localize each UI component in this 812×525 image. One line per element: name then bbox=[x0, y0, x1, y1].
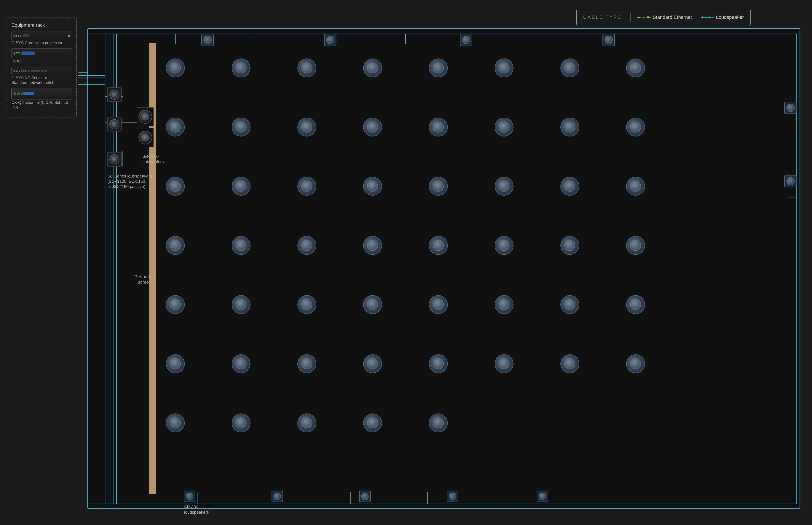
svg-point-88 bbox=[298, 177, 316, 195]
svg-point-96 bbox=[561, 177, 579, 195]
svg-rect-172 bbox=[272, 491, 283, 502]
svg-point-136 bbox=[298, 355, 316, 373]
svg-point-156 bbox=[429, 414, 448, 432]
svg-point-113 bbox=[565, 240, 575, 251]
svg-rect-178 bbox=[537, 491, 548, 502]
svg-point-80 bbox=[561, 118, 579, 136]
svg-point-135 bbox=[236, 359, 246, 369]
svg-point-177 bbox=[449, 493, 456, 500]
svg-point-85 bbox=[170, 181, 181, 192]
ns-ports bbox=[21, 70, 47, 72]
svg-point-129 bbox=[565, 299, 575, 310]
svg-point-147 bbox=[630, 359, 641, 369]
svg-text:SC Series loudspeakers: SC Series loudspeakers bbox=[107, 174, 152, 178]
svg-point-84 bbox=[166, 177, 184, 195]
nano-indicator bbox=[68, 35, 70, 37]
svg-point-152 bbox=[298, 414, 316, 432]
svg-point-185 bbox=[112, 122, 117, 127]
svg-point-140 bbox=[429, 355, 448, 373]
svg-text:or SC-2150 passive): or SC-2150 passive) bbox=[107, 184, 145, 189]
svg-rect-176 bbox=[447, 491, 458, 502]
cxq-knob-1 bbox=[13, 92, 16, 95]
svg-text:subwoofers: subwoofers bbox=[142, 159, 164, 164]
nano-label: Q-SYS Core Nano processor bbox=[11, 41, 72, 45]
cxq-panel bbox=[13, 92, 34, 95]
ethernet-cable-item: Standard Ethernet bbox=[637, 14, 692, 20]
svg-point-175 bbox=[361, 493, 369, 500]
svg-point-73 bbox=[302, 122, 312, 132]
svg-point-117 bbox=[170, 299, 181, 310]
svg-point-74 bbox=[363, 118, 382, 136]
svg-point-190 bbox=[139, 110, 152, 123]
port-3 bbox=[28, 70, 30, 72]
svg-point-91 bbox=[367, 181, 378, 192]
svg-point-159 bbox=[204, 36, 211, 44]
svg-point-119 bbox=[236, 299, 246, 310]
svg-point-179 bbox=[539, 493, 546, 500]
svg-point-155 bbox=[367, 418, 378, 428]
svg-point-76 bbox=[429, 118, 448, 136]
svg-point-120 bbox=[298, 295, 316, 314]
svg-point-115 bbox=[630, 240, 641, 251]
svg-rect-162 bbox=[460, 34, 472, 46]
svg-point-66 bbox=[626, 59, 645, 77]
svg-point-94 bbox=[495, 177, 513, 195]
svg-point-87 bbox=[236, 181, 246, 192]
legend-divider bbox=[630, 13, 631, 22]
svg-point-145 bbox=[565, 359, 575, 369]
svg-point-130 bbox=[626, 295, 645, 314]
svg-point-83 bbox=[630, 122, 641, 132]
svg-point-108 bbox=[429, 236, 448, 255]
rack-item-dcio: Q·SYS DCIO-H bbox=[11, 48, 72, 63]
diagram-svg: Perforated screen bbox=[0, 0, 812, 525]
svg-point-101 bbox=[170, 240, 181, 251]
svg-point-194 bbox=[142, 134, 149, 141]
qsys-logo-ns: Q·SYS bbox=[13, 70, 20, 72]
svg-point-124 bbox=[429, 295, 448, 314]
svg-point-161 bbox=[326, 36, 334, 44]
svg-text:SR-800: SR-800 bbox=[184, 505, 198, 509]
cxq-knob-2 bbox=[17, 92, 20, 95]
svg-rect-168 bbox=[785, 175, 796, 187]
svg-point-153 bbox=[302, 418, 312, 428]
ns-label: Q-SYS NS Series or Standard network swit… bbox=[11, 76, 72, 85]
svg-point-122 bbox=[363, 295, 382, 314]
svg-point-68 bbox=[166, 118, 184, 136]
cxq-display bbox=[23, 92, 34, 95]
svg-rect-183 bbox=[107, 117, 121, 131]
rack-item-ns: Q·SYS Q-SYS NS Series or Standard networ… bbox=[11, 66, 72, 85]
svg-rect-0 bbox=[637, 17, 639, 18]
svg-text:(SC- 1120, SC-1150,: (SC- 1120, SC-1150, bbox=[107, 179, 146, 184]
port-2 bbox=[24, 70, 27, 72]
loudspeaker-cable-icon bbox=[701, 15, 714, 19]
svg-point-100 bbox=[166, 236, 184, 255]
svg-point-163 bbox=[462, 36, 470, 44]
svg-point-98 bbox=[626, 177, 645, 195]
svg-point-171 bbox=[186, 493, 193, 500]
svg-point-92 bbox=[429, 177, 448, 195]
svg-point-123 bbox=[367, 299, 378, 310]
loudspeaker-cable-item: Loudspeaker bbox=[701, 14, 744, 20]
svg-point-102 bbox=[232, 236, 250, 255]
svg-point-114 bbox=[626, 236, 645, 255]
svg-point-146 bbox=[626, 355, 645, 373]
svg-point-104 bbox=[298, 236, 316, 255]
svg-point-149 bbox=[170, 418, 181, 428]
dcio-label: DCIO-H bbox=[11, 59, 72, 63]
svg-rect-17 bbox=[88, 29, 800, 508]
svg-point-93 bbox=[433, 181, 443, 192]
svg-point-71 bbox=[236, 122, 246, 132]
svg-point-65 bbox=[565, 63, 575, 73]
svg-point-109 bbox=[433, 240, 443, 251]
svg-point-134 bbox=[232, 355, 250, 373]
port-6 bbox=[37, 70, 40, 72]
svg-point-126 bbox=[495, 295, 513, 314]
svg-point-138 bbox=[363, 355, 382, 373]
svg-point-107 bbox=[367, 240, 378, 251]
svg-point-143 bbox=[499, 359, 509, 369]
port-5 bbox=[34, 70, 37, 72]
svg-point-63 bbox=[499, 63, 509, 73]
svg-point-112 bbox=[561, 236, 579, 255]
svg-rect-170 bbox=[184, 491, 195, 502]
svg-point-62 bbox=[495, 59, 513, 77]
